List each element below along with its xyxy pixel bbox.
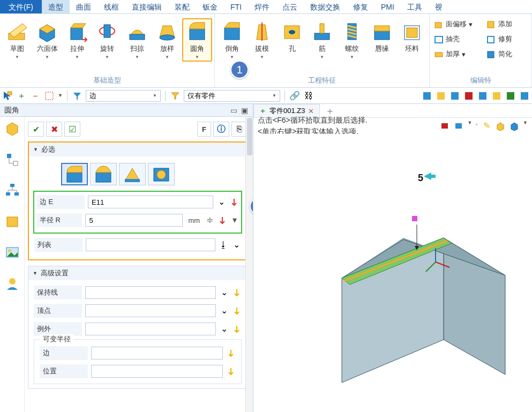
toolbar-icon-6[interactable]	[491, 91, 502, 101]
toolbar-icon-4[interactable]	[463, 91, 474, 101]
chevrons-down-icon[interactable]: ⌄	[231, 240, 241, 250]
ribbon-btn-chamfer[interactable]: 倒角 ▼	[217, 18, 247, 62]
cursor-icon[interactable]	[2, 91, 13, 101]
menu-tab-exchange[interactable]: 数据交换	[304, 0, 347, 13]
input-exception[interactable]	[85, 323, 216, 335]
ribbon-btn-lip[interactable]: 唇缘	[367, 18, 397, 56]
toolbar-icon-3[interactable]	[449, 91, 460, 101]
ribbon-btn-faceoffset[interactable]: 面偏移▾	[432, 18, 475, 30]
sidebar-part-icon[interactable]	[4, 120, 20, 136]
view-tool-1[interactable]	[440, 121, 451, 131]
pick-icon[interactable]	[229, 197, 239, 207]
toolbar-icon-5[interactable]	[477, 91, 488, 101]
marquee-icon[interactable]	[44, 91, 55, 101]
ribbon-btn-draft[interactable]: 拔模 ▼	[247, 18, 277, 62]
toolbar-icon-2[interactable]	[436, 91, 446, 101]
menu-file[interactable]: 文件(F)	[0, 0, 42, 13]
chevron-down-icon[interactable]: ▼	[58, 93, 63, 98]
f-button[interactable]: F	[197, 122, 211, 137]
canvas-3d[interactable]: 5	[253, 134, 532, 412]
ribbon-btn-shell[interactable]: 抽壳	[432, 33, 475, 45]
info-button[interactable]: ⓘ	[213, 122, 229, 137]
ribbon-btn-extrude[interactable]: 拉伸 ▼	[62, 18, 92, 62]
menu-tab-pmi[interactable]: PMI	[374, 0, 401, 13]
ribbon-btn-rib[interactable]: 筋 ▼	[307, 18, 337, 62]
chevrons-down-icon[interactable]: ⌄	[216, 197, 226, 207]
fillet-type-4[interactable]	[148, 163, 175, 185]
panel-minimize-icon[interactable]: ▭	[229, 106, 238, 115]
view-tool-2[interactable]	[454, 121, 464, 131]
ribbon-btn-stock[interactable]: 坯料	[397, 18, 427, 56]
menu-tab-surface[interactable]: 曲面	[70, 0, 98, 13]
menu-tab-sheet[interactable]: 钣金	[196, 0, 224, 13]
filter-funnel-icon[interactable]	[72, 91, 83, 101]
menu-tab-assembly[interactable]: 装配	[168, 0, 196, 13]
menu-tab-model[interactable]: 造型	[42, 0, 70, 13]
input-vertex[interactable]	[85, 304, 216, 317]
sidebar-image-icon[interactable]	[4, 244, 20, 260]
pick-icon[interactable]	[232, 288, 242, 297]
ribbon-btn-hole[interactable]: 孔	[277, 18, 307, 56]
ribbon-btn-sweep[interactable]: 扫掠 ▼	[122, 18, 152, 62]
menu-tab-weld[interactable]: 焊件	[248, 0, 276, 13]
pick-icon[interactable]	[226, 366, 236, 376]
toolbar-icon-1[interactable]	[422, 91, 432, 101]
minus-icon[interactable]: －	[30, 91, 41, 101]
filter-edge-combo[interactable]: 边▼	[86, 90, 161, 102]
chevrons-down-icon[interactable]: ⌄	[219, 324, 229, 334]
ribbon-btn-simplify[interactable]: 简化	[484, 48, 514, 60]
input-radius[interactable]	[85, 214, 183, 227]
fillet-type-1[interactable]	[61, 163, 88, 185]
apply-button[interactable]: ☑	[64, 122, 80, 137]
chevron-down-icon[interactable]: ▾	[230, 215, 239, 225]
ribbon-btn-trim[interactable]: 修剪	[484, 33, 514, 45]
ribbon-btn-loft[interactable]: 放样 ▼	[152, 18, 182, 62]
pick-icon[interactable]	[226, 348, 236, 358]
sidebar-box-icon[interactable]	[4, 213, 20, 229]
part-filter-icon[interactable]	[170, 91, 181, 101]
pick-icon[interactable]	[218, 215, 227, 225]
import-icon[interactable]: ⭳	[219, 240, 228, 250]
ribbon-btn-sketch[interactable]: 草图 ▼	[2, 18, 32, 62]
menu-tab-direct[interactable]: 直接编辑	[125, 0, 168, 13]
sidebar-user-icon[interactable]	[4, 275, 20, 291]
ribbon-btn-revolve[interactable]: 旋转 ▼	[92, 18, 122, 62]
input-var-position[interactable]	[91, 365, 223, 378]
scrollbar-thumb[interactable]	[247, 118, 252, 155]
scrollbar[interactable]	[245, 117, 253, 412]
fillet-type-2[interactable]	[90, 163, 117, 185]
menu-tab-heal[interactable]: 修复	[347, 0, 374, 13]
menu-tab-wire[interactable]: 线框	[98, 0, 125, 13]
sidebar-tree-icon[interactable]	[4, 151, 20, 167]
chevron-down-icon[interactable]: ▼	[523, 121, 528, 131]
section-header[interactable]: ▼ 高级设置	[28, 266, 247, 280]
ribbon-btn-fillet[interactable]: 圆角 ▼	[182, 18, 212, 62]
menu-tab-view[interactable]: 视	[429, 0, 441, 13]
view-tool-4[interactable]	[509, 121, 520, 131]
input-edge[interactable]	[88, 196, 213, 208]
menu-tab-pointcloud[interactable]: 点云	[276, 0, 304, 13]
part-filter-combo[interactable]: 仅有零件▼	[184, 90, 280, 102]
panel-close-icon[interactable]: ▣	[240, 106, 249, 115]
section-header[interactable]: ▼ 必选	[29, 143, 246, 156]
ribbon-btn-add[interactable]: 添加	[484, 18, 514, 30]
input-list[interactable]	[86, 238, 215, 251]
plus-icon[interactable]: ＋	[16, 91, 27, 101]
confirm-button[interactable]: ✔	[28, 122, 44, 137]
pencil-icon[interactable]: ✎	[481, 121, 492, 131]
chevron-down-icon[interactable]: ▼	[468, 121, 473, 131]
toolbar-icon-8[interactable]	[519, 91, 530, 101]
fillet-type-3[interactable]	[119, 163, 146, 185]
stepper-icon[interactable]: ≑	[205, 215, 214, 225]
sidebar-hierarchy-icon[interactable]	[4, 182, 20, 198]
ribbon-btn-thread[interactable]: 螺纹 ▼	[337, 18, 367, 62]
chevrons-down-icon[interactable]: ⌄	[219, 306, 229, 316]
input-var-edge[interactable]	[91, 347, 223, 359]
cancel-button[interactable]: ✖	[46, 122, 62, 137]
menu-tab-fti[interactable]: FTI	[224, 0, 248, 13]
pick-icon[interactable]	[232, 324, 242, 334]
input-keepline[interactable]	[85, 286, 216, 299]
chevrons-down-icon[interactable]: ⌄	[219, 288, 229, 297]
pick-icon[interactable]	[232, 306, 242, 316]
link-icon[interactable]: 🔗	[289, 91, 300, 101]
